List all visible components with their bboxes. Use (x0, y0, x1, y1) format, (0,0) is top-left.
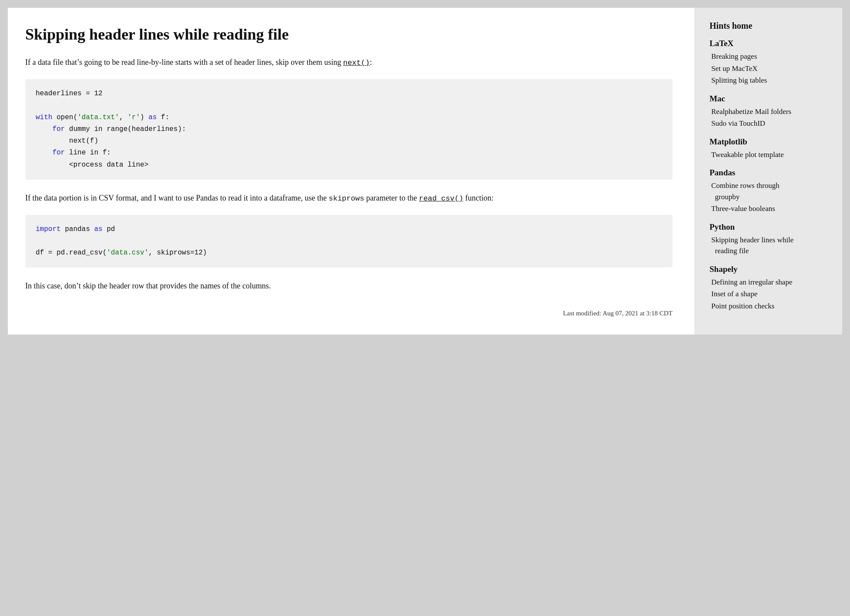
sidebar-section-header-matplotlib: Matplotlib (709, 137, 829, 147)
sidebar-link-inset-shape[interactable]: Inset of a shape (709, 288, 829, 300)
code-line: with open('data.txt', 'r') as f: (36, 114, 169, 121)
code-line: headerlines = 12 (36, 90, 103, 97)
keyword-with: with (36, 114, 52, 121)
read-csv-link[interactable]: read_csv() (419, 194, 463, 203)
sidebar-link-three-value[interactable]: Three-value booleans (709, 203, 829, 214)
code-block-1: headerlines = 12 with open('data.txt', '… (25, 79, 673, 179)
sidebar-section-header-latex: LaTeX (709, 39, 829, 48)
last-modified: Last modified: Aug 07, 2021 at 3:18 CDT (25, 310, 673, 317)
code-line: <process data line> (36, 161, 148, 169)
sidebar-section-latex: LaTeX Breaking pages Set up MacTeX Split… (709, 39, 829, 86)
sidebar-section-header-shapely: Shapely (709, 264, 829, 274)
bottom-paragraph: In this case, don’t skip the header row … (25, 280, 673, 292)
middle-text-part3: function: (463, 194, 494, 202)
middle-text-part2: parameter to the (364, 194, 419, 202)
sidebar-section-pandas: Pandas Combine rows through groupby Thre… (709, 168, 829, 214)
sidebar: Hints home LaTeX Breaking pages Set up M… (694, 8, 842, 335)
sidebar-section-python: Python Skipping header lines while readi… (709, 222, 829, 257)
sidebar-section-mac: Mac Realphabetize Mail folders Sudo via … (709, 94, 829, 129)
string-data-csv: 'data.csv' (107, 249, 148, 257)
sidebar-link-skipping-header[interactable]: Skipping header lines while reading file (709, 234, 829, 257)
sidebar-link-defining-irregular[interactable]: Defining an irregular shape (709, 277, 829, 288)
middle-paragraph: If the data portion is in CSV format, an… (25, 192, 673, 204)
sidebar-link-splitting-big-tables[interactable]: Splitting big tables (709, 75, 829, 86)
page-title: Skipping header lines while reading file (25, 25, 673, 44)
sidebar-link-realphabetize[interactable]: Realphabetize Mail folders (709, 106, 829, 117)
sidebar-link-point-position[interactable]: Point position checks (709, 301, 829, 312)
code-block-2: import pandas as pd df = pd.read_csv('da… (25, 215, 673, 268)
keyword-for-1: for (52, 125, 65, 133)
keyword-import: import (36, 225, 61, 233)
sidebar-link-sudo-touchid[interactable]: Sudo via TouchID (709, 118, 829, 129)
main-content-area: Skipping header lines while reading file… (8, 8, 694, 335)
sidebar-section-header-mac: Mac (709, 94, 829, 104)
sidebar-link-tweakable-plot[interactable]: Tweakable plot template (709, 149, 829, 161)
next-function-inline: next() (343, 59, 370, 67)
code-line: for line in f: (36, 149, 111, 157)
string-data-txt: 'data.txt' (77, 114, 119, 121)
keyword-as: as (148, 114, 157, 121)
skiprows-code: skiprows (329, 194, 365, 203)
sidebar-section-header-pandas: Pandas (709, 168, 829, 177)
page-layout: Skipping header lines while reading file… (8, 8, 842, 335)
sidebar-section-header-python: Python (709, 222, 829, 232)
intro-text-before: If a data file that’s going to be read l… (25, 58, 341, 67)
middle-text-part1: If the data portion is in CSV format, an… (25, 194, 329, 202)
string-r: 'r' (127, 114, 140, 121)
keyword-as-2: as (94, 225, 102, 233)
keyword-for-2: for (52, 149, 65, 157)
sidebar-section-shapely: Shapely Defining an irregular shape Inse… (709, 264, 829, 312)
code-line: df = pd.read_csv('data.csv', skiprows=12… (36, 249, 207, 257)
sidebar-link-breaking-pages[interactable]: Breaking pages (709, 51, 829, 62)
intro-paragraph: If a data file that’s going to be read l… (25, 56, 673, 69)
sidebar-section-matplotlib: Matplotlib Tweakable plot template (709, 137, 829, 161)
sidebar-link-set-up-mactex[interactable]: Set up MacTeX (709, 63, 829, 74)
code-line: next(f) (36, 137, 98, 145)
code-line: import pandas as pd (36, 225, 115, 233)
sidebar-link-combine-rows[interactable]: Combine rows through groupby (709, 180, 829, 202)
code-line: for dummy in range(headerlines): (36, 125, 186, 133)
sidebar-title[interactable]: Hints home (709, 21, 829, 31)
